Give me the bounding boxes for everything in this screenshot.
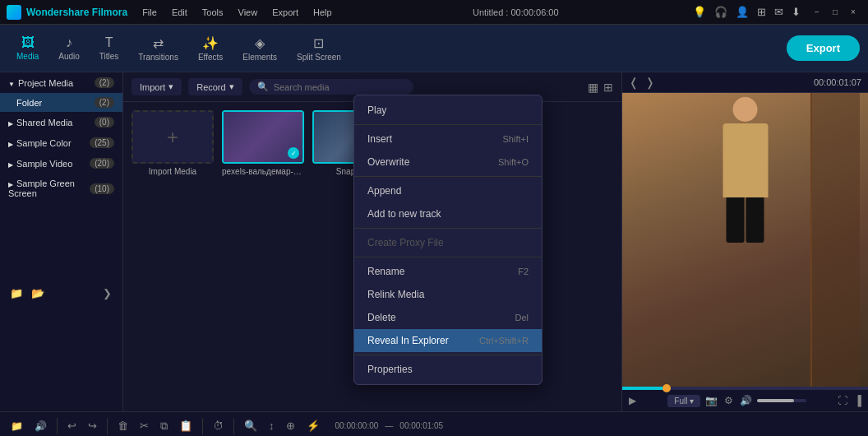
tl-add-media-button[interactable]: 📁 xyxy=(7,418,27,434)
media-item-video[interactable]: ✓ pexels-вальдемар-10026... xyxy=(222,110,304,176)
play-button[interactable]: ▶ xyxy=(627,393,638,408)
grid-icon[interactable]: ⊞ xyxy=(757,6,766,18)
tool-titles[interactable]: T Titles xyxy=(91,32,127,64)
bulb-icon[interactable]: 💡 xyxy=(693,6,706,18)
ctx-reveal-label: Reveal In Explorer xyxy=(367,335,449,346)
quality-dropdown[interactable]: Full ▾ xyxy=(667,395,700,407)
splitscreen-icon: ⊡ xyxy=(313,35,324,51)
tool-effects[interactable]: ✨ Effects xyxy=(190,32,231,65)
import-button[interactable]: Import ▾ xyxy=(132,78,182,95)
tool-elements[interactable]: ◈ Elements xyxy=(234,32,285,65)
sample-greenscreen-header[interactable]: ▶Sample Green Screen (10) xyxy=(0,174,122,203)
headset-icon[interactable]: 🎧 xyxy=(714,6,727,18)
folder-item[interactable]: Folder (2) xyxy=(0,93,122,112)
ctx-append-label: Append xyxy=(367,185,401,197)
search-icon: 🔍 xyxy=(257,81,269,92)
folder-label: Folder xyxy=(16,98,42,108)
tl-cut-button[interactable]: ✂ xyxy=(136,417,153,434)
volume-fill xyxy=(757,399,794,402)
prev-arrow-icon[interactable]: ❬ xyxy=(629,76,639,89)
next-arrow-icon[interactable]: ❭ xyxy=(645,76,655,89)
menu-help[interactable]: Help xyxy=(307,5,339,20)
transitions-icon: ⇄ xyxy=(153,35,164,51)
new-folder-icon[interactable]: 📂 xyxy=(31,287,44,299)
mail-icon[interactable]: ✉ xyxy=(774,6,783,18)
chevron-icon[interactable]: ❯ xyxy=(103,287,112,299)
tool-splitscreen[interactable]: ⊡ Split Screen xyxy=(289,32,349,65)
import-folder-icon[interactable]: 📁 xyxy=(10,287,23,299)
tool-media[interactable]: 🖼 Media xyxy=(8,32,47,64)
volume-slider[interactable] xyxy=(757,399,806,402)
tl-paste-button[interactable]: 📋 xyxy=(175,417,196,434)
ctx-rename[interactable]: Rename F2 xyxy=(354,260,542,283)
download-icon[interactable]: ⬇ xyxy=(792,6,801,18)
app-logo: Wondershare Filmora xyxy=(7,5,127,20)
tl-copy-button[interactable]: ⧉ xyxy=(156,417,172,435)
tool-transitions[interactable]: ⇄ Transitions xyxy=(130,32,187,65)
preview-progress-handle[interactable] xyxy=(663,384,671,392)
tl-end-time: 00:00:01:05 xyxy=(399,421,443,430)
tl-redo-button[interactable]: ↪ xyxy=(84,417,101,434)
grid-view-icon[interactable]: ⊞ xyxy=(603,81,613,94)
shared-media-title: Shared Media xyxy=(16,118,73,128)
volume-icon[interactable]: 🔊 xyxy=(738,393,754,408)
record-label: Record xyxy=(196,82,225,92)
ctx-insert[interactable]: Insert Shift+I xyxy=(354,128,542,151)
sample-video-header[interactable]: ▶Sample Video (20) xyxy=(0,153,122,174)
import-media-item: + Import Media xyxy=(132,110,214,176)
ctx-properties[interactable]: Properties xyxy=(354,358,542,381)
left-panel: ▼Project Media (2) Folder (2) ▶Shared Me… xyxy=(0,72,123,411)
snapshot-button[interactable]: 📷 xyxy=(704,393,719,408)
more-button[interactable]: ▐ xyxy=(852,393,863,408)
tl-speed-button[interactable]: ⏱ xyxy=(209,417,228,434)
menu-file[interactable]: File xyxy=(136,5,164,20)
minimize-button[interactable]: − xyxy=(809,7,825,18)
import-media-label: Import Media xyxy=(132,167,214,176)
filter-icon[interactable]: ▦ xyxy=(588,81,598,94)
maximize-button[interactable]: □ xyxy=(827,7,843,18)
ctx-relink-media[interactable]: Relink Media xyxy=(354,283,542,306)
tool-audio[interactable]: ♪ Audio xyxy=(50,32,88,64)
tl-undo-button[interactable]: ↩ xyxy=(63,417,81,434)
ctx-add-new-track[interactable]: Add to new track xyxy=(354,202,542,225)
preview-controls: ▶ Full ▾ 📷 ⚙ 🔊 ⛶ ▐ xyxy=(622,390,868,411)
record-button[interactable]: Record ▾ xyxy=(188,78,242,95)
menu-bar: File Edit Tools View Export Help xyxy=(136,5,338,20)
search-input[interactable] xyxy=(274,82,405,92)
ctx-delete[interactable]: Delete Del xyxy=(354,306,542,329)
effects-icon: ✨ xyxy=(202,35,219,51)
ctx-reveal-explorer[interactable]: Reveal In Explorer Ctrl+Shift+R xyxy=(354,329,542,352)
menu-edit[interactable]: Edit xyxy=(165,5,194,20)
project-media-header[interactable]: ▼Project Media (2) xyxy=(0,72,122,93)
tl-split-button[interactable]: ⚡ xyxy=(302,417,324,434)
export-button[interactable]: Export xyxy=(787,35,860,61)
selected-checkmark: ✓ xyxy=(288,147,299,159)
close-button[interactable]: × xyxy=(845,7,861,18)
ctx-overwrite[interactable]: Overwrite Shift+O xyxy=(354,151,542,174)
tl-magnet-button[interactable]: ⊕ xyxy=(282,417,299,434)
tl-zoom-button[interactable]: 🔍 xyxy=(240,417,261,434)
ctx-play[interactable]: Play xyxy=(354,99,542,122)
tl-delete-button[interactable]: 🗑 xyxy=(113,417,132,434)
tl-cursor-button[interactable]: ↕ xyxy=(265,417,279,434)
shared-media-header[interactable]: ▶Shared Media (0) xyxy=(0,112,122,132)
menu-view[interactable]: View xyxy=(232,5,265,20)
user-icon[interactable]: 👤 xyxy=(736,6,749,18)
tl-add-audio-button[interactable]: 🔊 xyxy=(30,418,51,434)
fullscreen-button[interactable]: ⛶ xyxy=(836,393,849,408)
menu-tools[interactable]: Tools xyxy=(196,5,230,20)
ctx-create-proxy-label: Create Proxy File xyxy=(367,237,444,248)
media-view-icons: ▦ ⊞ xyxy=(588,81,613,94)
add-media-button[interactable]: + xyxy=(132,110,214,164)
settings-icon[interactable]: ⚙ xyxy=(723,393,735,408)
ctx-overwrite-shortcut: Shift+O xyxy=(498,157,529,167)
preview-progress-bar[interactable] xyxy=(622,387,868,390)
person-head xyxy=(733,97,758,122)
menu-export[interactable]: Export xyxy=(265,5,305,20)
search-box[interactable]: 🔍 xyxy=(249,79,413,95)
sample-color-header[interactable]: ▶Sample Color (25) xyxy=(0,132,122,153)
ctx-add-new-track-label: Add to new track xyxy=(367,208,441,220)
sample-color-title: Sample Color xyxy=(16,138,72,148)
ctx-append[interactable]: Append xyxy=(354,179,542,202)
project-media-section: ▼Project Media (2) Folder (2) xyxy=(0,72,122,112)
